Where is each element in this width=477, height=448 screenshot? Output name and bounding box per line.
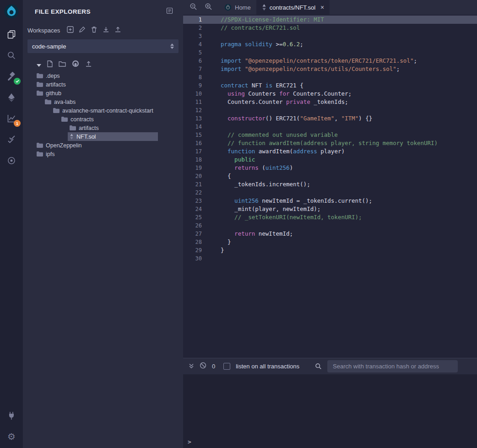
static-analysis-icon[interactable]: 1 — [4, 112, 19, 125]
tab-nft-sol[interactable]: contracts/NFT.sol × — [256, 0, 330, 15]
settings-gear-icon[interactable]: ⚙ — [4, 430, 19, 443]
debugger-icon[interactable] — [4, 154, 19, 167]
new-file-icon[interactable] — [47, 60, 53, 69]
code-line[interactable]: 17 function awardItem(address player) — [183, 147, 477, 156]
code-line[interactable]: 29} — [183, 246, 477, 254]
code-line[interactable]: 19 returns (uint256) — [183, 164, 477, 172]
deploy-and-run-icon[interactable] — [4, 91, 19, 104]
line-number: 12 — [183, 106, 208, 114]
code-line[interactable]: 7import "@openzeppelin/contracts/utils/C… — [183, 65, 477, 73]
code-line[interactable]: 6import "@openzeppelin/contracts/token/E… — [183, 57, 477, 65]
code-line[interactable]: 10 using Counters for Counters.Counter; — [183, 90, 477, 98]
tree-item-folder[interactable]: avalanche-smart-contract-quickstart — [23, 106, 183, 115]
code-line[interactable]: 15 // commented out unused variable — [183, 131, 477, 139]
code-text: } — [221, 246, 224, 254]
code-line[interactable]: 2// contracts/ERC721.sol — [183, 24, 477, 32]
line-number: 9 — [183, 81, 208, 90]
zoom-in-icon[interactable] — [205, 3, 212, 12]
unit-testing-icon[interactable] — [4, 133, 19, 146]
code-line[interactable]: 4pragma solidity >=0.6.2; — [183, 40, 477, 49]
transaction-search-input[interactable] — [327, 360, 458, 372]
download-workspace-icon[interactable] — [103, 26, 109, 35]
code-text: // function awardItem(address player, st… — [221, 139, 438, 147]
code-text: // contracts/ERC721.sol — [221, 24, 300, 32]
line-number: 23 — [183, 197, 208, 205]
solidity-file-icon — [70, 134, 74, 140]
rename-workspace-icon[interactable] — [79, 26, 86, 35]
code-line[interactable]: 12 — [183, 106, 477, 114]
search-icon[interactable] — [4, 49, 19, 62]
code-line[interactable]: 25 // _setTokenURI(newItemId, tokenURI); — [183, 213, 477, 221]
upload-workspace-icon[interactable] — [114, 26, 121, 35]
folder-icon — [37, 73, 43, 78]
code-text: returns (uint256) — [221, 164, 293, 172]
panel-menu-icon[interactable] — [166, 7, 173, 16]
tree-item-folder[interactable]: contracts — [23, 115, 183, 124]
terminal-log[interactable]: > — [183, 374, 477, 448]
delete-workspace-icon[interactable] — [91, 26, 98, 35]
code-line[interactable]: 13 constructor() ERC721("GameItem", "ITM… — [183, 114, 477, 123]
code-line[interactable]: 16 // function awardItem(address player,… — [183, 139, 477, 147]
close-tab-icon[interactable]: × — [320, 4, 324, 11]
code-line[interactable]: 21 _tokenIds.increment(); — [183, 180, 477, 189]
code-line[interactable]: 27 return newItemId; — [183, 230, 477, 238]
code-line[interactable]: 30 — [183, 254, 477, 263]
code-line[interactable]: 9contract NFT is ERC721 { — [183, 81, 477, 90]
folder-icon — [61, 117, 68, 122]
file-explorer-panel: FILE EXPLORERS Workspaces — [23, 0, 183, 448]
code-editor[interactable]: 1//SPDX-License-Identifier: MIT2// contr… — [183, 15, 477, 358]
code-line[interactable]: 24 _mint(player, newItemId); — [183, 205, 477, 213]
tree-item-folder[interactable]: artifacts — [23, 80, 183, 89]
active-tab-label: contracts/NFT.sol — [270, 4, 315, 11]
expand-terminal-icon[interactable] — [189, 362, 194, 371]
tree-item-folder[interactable]: artifacts — [23, 124, 183, 132]
workspaces-label: Workspaces — [27, 27, 60, 34]
code-line[interactable]: 3 — [183, 32, 477, 40]
tree-item-file[interactable]: NFT.sol — [23, 132, 183, 141]
tree-item-folder[interactable]: OpenZeppelin — [23, 141, 183, 150]
tree-toolbar — [23, 59, 183, 70]
tree-item-label: NFT.sol — [76, 134, 96, 140]
code-text: import "@openzeppelin/contracts/utils/Co… — [221, 65, 400, 73]
code-text: //SPDX-License-Identifier: MIT — [221, 16, 324, 24]
tree-item-folder[interactable]: .deps — [23, 71, 183, 80]
create-workspace-icon[interactable] — [67, 26, 74, 35]
tree-item-folder[interactable]: ipfs — [23, 150, 183, 158]
code-line[interactable]: 8 — [183, 73, 477, 81]
line-number: 3 — [183, 32, 208, 40]
clear-console-icon[interactable] — [200, 362, 206, 371]
plugin-manager-icon[interactable] — [4, 409, 19, 422]
collapse-caret-icon[interactable] — [37, 60, 41, 69]
code-text: using Counters for Counters.Counter; — [221, 90, 352, 98]
code-line[interactable]: 14 — [183, 123, 477, 131]
line-number: 30 — [183, 254, 208, 263]
code-line[interactable]: 1//SPDX-License-Identifier: MIT — [183, 16, 477, 24]
remix-logo[interactable] — [4, 3, 19, 20]
tree-item-folder[interactable]: ava-labs — [23, 97, 183, 106]
code-line[interactable]: 20 { — [183, 172, 477, 180]
code-line[interactable]: 11 Counters.Counter private _tokenIds; — [183, 98, 477, 106]
file-explorer-icon[interactable] — [4, 27, 19, 41]
pending-tx-count: 0 — [212, 363, 215, 370]
workspace-select[interactable]: code-sample — [27, 39, 179, 53]
code-line[interactable]: 22 — [183, 189, 477, 197]
code-line[interactable]: 18 public — [183, 156, 477, 164]
code-line[interactable]: 28 } — [183, 238, 477, 246]
code-text: public — [221, 156, 255, 164]
publish-to-gist-icon[interactable] — [85, 60, 92, 69]
code-line[interactable]: 5 — [183, 49, 477, 57]
code-text: contract NFT is ERC721 { — [221, 81, 304, 90]
code-line[interactable]: 26 — [183, 221, 477, 230]
zoom-out-icon[interactable] — [190, 3, 197, 12]
code-line[interactable]: 23 uint256 newItemId = _tokenIds.current… — [183, 197, 477, 205]
solidity-compiler-icon[interactable] — [4, 70, 19, 83]
new-folder-icon[interactable] — [59, 60, 66, 69]
tab-home[interactable]: Home — [219, 0, 256, 15]
gear-glyph: ⚙ — [7, 431, 16, 442]
tree-item-folder[interactable]: github — [23, 89, 183, 97]
compiler-success-badge — [14, 78, 21, 85]
github-clone-icon[interactable] — [72, 60, 79, 69]
listen-transactions-checkbox[interactable] — [223, 363, 230, 370]
line-number: 1 — [183, 16, 208, 24]
line-number: 28 — [183, 238, 208, 246]
